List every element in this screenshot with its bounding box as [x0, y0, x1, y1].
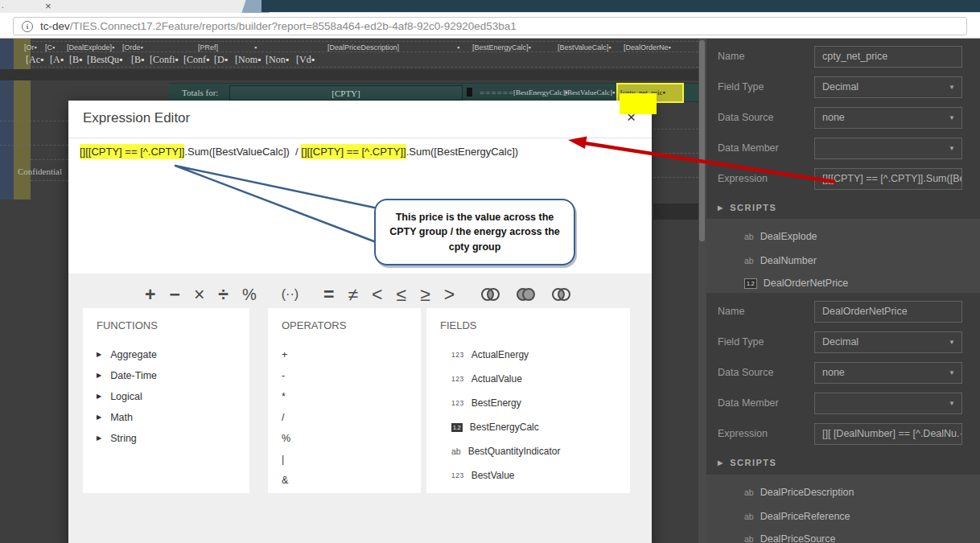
venn-except-icon[interactable]	[550, 286, 572, 302]
designer-scrollbar[interactable]	[698, 39, 706, 543]
designer-field-cell[interactable]: [Nom▪	[235, 54, 261, 66]
operator-item[interactable]: *	[282, 386, 407, 407]
best-value-calc-cell[interactable]: [BestValueCalc]▪	[565, 88, 615, 97]
expand-icon[interactable]: ▶	[97, 434, 101, 442]
expand-icon[interactable]: ▶	[97, 393, 101, 400]
designer-field-cell[interactable]: [Or▪	[24, 43, 37, 51]
parentheses-button[interactable]: (··)	[282, 283, 299, 306]
operator-item[interactable]: %	[282, 428, 407, 449]
script-item[interactable]: ab DealNumber	[744, 253, 817, 269]
designer-field-cell[interactable]: [Confi▪	[150, 54, 179, 66]
tab-close-icon[interactable]: ×	[45, 0, 51, 12]
function-category[interactable]: ▶Logical	[97, 386, 236, 407]
designer-field-cell[interactable]: [DealOrderNe▪	[624, 43, 671, 51]
less-than-button[interactable]: <	[372, 283, 382, 306]
plus-button[interactable]: +	[145, 283, 155, 306]
scripts-section-header[interactable]: SCRIPTS	[718, 458, 776, 467]
scrollbar-thumb[interactable]	[699, 40, 705, 241]
designer-field-cell[interactable]: [A▪	[50, 54, 64, 66]
properties-panel: Name cpty_net_price Field Type Decimal D…	[706, 39, 980, 543]
script-item-selected[interactable]: 1.2 DealOrderNetPrice	[744, 275, 848, 291]
data-member-select[interactable]	[814, 393, 962, 414]
designer-field-cell[interactable]: [BestQu▪	[87, 54, 122, 66]
venn-intersect-icon[interactable]	[480, 286, 501, 302]
grid-line	[31, 159, 68, 160]
designer-left-margin	[0, 39, 14, 200]
script-item[interactable]: ab DealExplode	[744, 228, 817, 245]
designer-field-cell[interactable]: [Non▪	[266, 54, 289, 66]
operator-item[interactable]: -	[282, 365, 407, 386]
script-item[interactable]: ab DealPriceReference	[744, 508, 850, 524]
script-item[interactable]: ab DealPriceDescription	[744, 484, 854, 500]
field-type-select[interactable]: Decimal	[814, 331, 962, 353]
field-item[interactable]: 123BestValue	[451, 463, 616, 487]
url-box[interactable]: tc-dev/TIES.Connect17.2Feature/reports/b…	[13, 17, 967, 35]
equals-button[interactable]: =	[323, 283, 334, 306]
string-field-icon: ab	[451, 446, 461, 456]
annotation-callout: This price is the value across the CPTY …	[374, 199, 575, 265]
minus-button[interactable]: −	[169, 283, 179, 306]
expand-icon[interactable]: ▶	[97, 372, 101, 379]
string-field-icon: ab	[744, 256, 754, 265]
name-input[interactable]: cpty_net_price	[814, 46, 962, 68]
greater-than-button[interactable]: >	[444, 283, 455, 306]
designer-field-cell[interactable]: [Ac▪	[26, 54, 43, 66]
name-input[interactable]: DealOrderNetPrice	[814, 301, 962, 323]
script-item[interactable]: ab DealPriceSource	[744, 531, 835, 543]
field-item[interactable]: 1.2BestEnergyCalc	[451, 415, 616, 439]
expression-input[interactable]: [][[CPTY] == [^.CPTY]].Sum([Bes.···	[814, 168, 962, 190]
designer-field-cell[interactable]: [DealPriceDescription]	[327, 43, 399, 51]
field-item-label: BestQuantityIndicator	[468, 446, 561, 457]
designer-field-cell[interactable]: [DealExplode]▪	[67, 43, 114, 51]
designer-field-cell[interactable]: [BestValueCalc]▪	[558, 43, 611, 51]
designer-field-cell[interactable]: ▪	[254, 43, 257, 51]
field-type-select[interactable]: Decimal	[814, 76, 962, 98]
greater-equal-button[interactable]: ≥	[420, 283, 430, 306]
expression-text[interactable]: [][[CPTY] == [^.CPTY]].Sum([BestValueCal…	[68, 138, 652, 165]
designer-field-cell[interactable]: [B▪	[69, 54, 82, 66]
function-category[interactable]: ▶String	[97, 428, 236, 449]
designer-field-cell[interactable]: [BestEnergyCalc]▪	[472, 43, 531, 51]
field-item[interactable]: 123ActualValue	[451, 367, 616, 391]
expand-icon[interactable]: ▶	[97, 351, 101, 358]
designer-field-cell[interactable]: [C▪	[45, 43, 55, 51]
address-bar: tc-dev/TIES.Connect17.2Feature/reports/b…	[0, 13, 980, 39]
designer-field-cell[interactable]: [PRef]	[198, 43, 218, 51]
field-item[interactable]: 123ActualEnergy	[451, 343, 616, 367]
operator-item[interactable]: +	[282, 344, 407, 365]
field-item[interactable]: abBestQuantityIndicator	[451, 439, 616, 463]
field-item[interactable]: 123BestEnergy	[451, 391, 616, 415]
info-icon[interactable]	[22, 21, 33, 32]
designer-field-cell[interactable]: [Orde▪	[122, 43, 143, 51]
expression-input[interactable]: [][ [DealNumber] == [^.DealNu.···	[814, 423, 962, 445]
operator-item[interactable]: |	[282, 449, 407, 470]
divide-button[interactable]: ÷	[218, 283, 229, 306]
designer-field-cell[interactable]: [Conf▪	[183, 54, 209, 66]
less-equal-button[interactable]: ≤	[397, 283, 407, 306]
data-source-select[interactable]: none	[814, 107, 962, 129]
percent-button[interactable]: %	[242, 283, 257, 306]
operator-item[interactable]: /	[282, 407, 407, 428]
scripts-section-header[interactable]: SCRIPTS	[718, 203, 776, 212]
data-source-select[interactable]: none	[814, 362, 962, 384]
multiply-button[interactable]: ×	[194, 283, 204, 306]
function-category[interactable]: ▶Math	[97, 407, 236, 428]
expression-highlight: [][[CPTY] == [^.CPTY]]	[80, 144, 184, 159]
data-member-select[interactable]	[814, 138, 962, 159]
function-category[interactable]: ▶Aggregate	[97, 344, 236, 365]
operator-item[interactable]: &	[282, 470, 407, 491]
venn-union-icon[interactable]	[515, 286, 537, 302]
expand-icon[interactable]: ▶	[97, 413, 101, 421]
designer-field-cell[interactable]: [D▪	[214, 54, 228, 66]
designer-field-cell[interactable]: [Vd▪	[296, 54, 315, 66]
not-equals-button[interactable]: ≠	[348, 283, 358, 306]
designer-field-cell[interactable]: [B▪	[131, 54, 144, 66]
expression-label: Expression	[718, 423, 768, 445]
string-field-icon: ab	[744, 232, 754, 241]
expression-editor-dialog: Expression Editor × [][[CPTY] == [^.CPTY…	[68, 101, 652, 543]
best-energy-calc-cell[interactable]: [BestEnergyCalc]▪	[513, 88, 568, 97]
function-category[interactable]: ▶Date-Time	[97, 365, 236, 386]
designer-field-cell[interactable]: ▪	[457, 43, 459, 51]
dialog-header: Expression Editor ×	[68, 101, 652, 138]
cpty-cell[interactable]: [CPTY]	[229, 85, 463, 101]
